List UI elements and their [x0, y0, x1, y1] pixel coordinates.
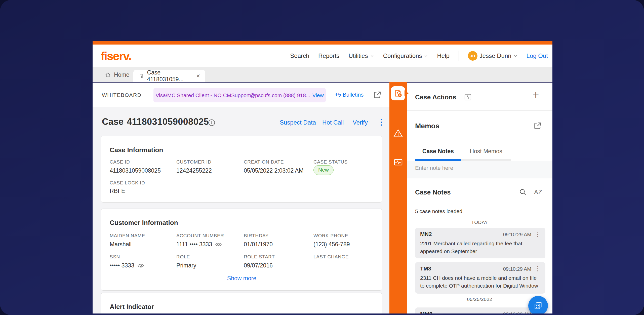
- app-window: fiserv. Search Reports Utilities Configu…: [93, 41, 552, 313]
- case-id-value: 4118031059008025: [110, 167, 161, 174]
- customer-information-card: Customer Information MAIDEN NAME ACCOUNT…: [101, 209, 382, 291]
- case-information-title: Case Information: [110, 146, 163, 154]
- nav-help[interactable]: Help: [437, 52, 449, 59]
- nav-reports[interactable]: Reports: [318, 52, 339, 59]
- notes-fab-button[interactable]: [528, 296, 548, 313]
- field-label: CASE ID: [110, 159, 130, 165]
- alert-indicator-card: Alert Indicator: [101, 293, 382, 313]
- pulse-monitor-icon: [393, 157, 403, 167]
- field-label: ROLE START: [244, 254, 275, 260]
- right-panel: Case Actions + Memos Case Notes Host Mem…: [407, 83, 552, 313]
- tab-case-label: Case 4118031059...: [147, 69, 193, 83]
- rail-item-alerts[interactable]: [393, 128, 403, 138]
- maiden-name-value: Marshall: [110, 241, 132, 248]
- note-card[interactable]: TM3 09:10:29 AM ⋮ 2311 CH does not have …: [415, 262, 545, 294]
- bulletin-text: Visa/MC Shared Client - NO CMSupport@psc…: [155, 92, 310, 98]
- case-actions-kebab-icon[interactable]: ⋮: [377, 117, 385, 127]
- rail-active-pointer: [405, 90, 409, 96]
- more-bulletins-link[interactable]: +5 Bulletins: [335, 92, 364, 98]
- chevron-down-icon: [424, 54, 428, 58]
- case-actions-panel-title: Case Actions: [415, 93, 456, 101]
- close-icon[interactable]: ✕: [196, 73, 200, 79]
- rail-item-case-actions-active[interactable]: [391, 86, 405, 100]
- eye-icon[interactable]: [215, 242, 222, 247]
- case-title-prefix: Case: [102, 116, 124, 127]
- case-status-badge: New: [313, 165, 334, 175]
- tab-track: [461, 159, 511, 161]
- chevron-down-icon: [370, 54, 374, 58]
- customer-information-title: Customer Information: [110, 219, 178, 227]
- field-label: WORK PHONE: [313, 233, 348, 239]
- document-add-icon: [393, 89, 403, 98]
- account-number-value: 1111 •••• 3333: [176, 241, 222, 248]
- field-label: CASE STATUS: [313, 159, 348, 165]
- logout-link[interactable]: Log Out: [527, 52, 548, 59]
- field-label: CUSTOMER ID: [176, 159, 211, 165]
- verify-link[interactable]: Verify: [353, 119, 368, 126]
- field-label: ACCOUNT NUMBER: [176, 233, 224, 239]
- note-card[interactable]: MN2 09:10:29 AM ⋮ 2201 Merchant called r…: [415, 228, 545, 258]
- info-icon[interactable]: [208, 119, 216, 127]
- bulletin-pill[interactable]: Visa/MC Shared Client - NO CMSupport@psc…: [153, 88, 326, 102]
- kebab-icon[interactable]: ⋮: [535, 230, 541, 238]
- sort-az-icon[interactable]: AZ: [534, 189, 542, 196]
- bulletin-view-link[interactable]: View: [312, 92, 324, 98]
- warning-triangle-icon: [393, 128, 403, 139]
- note-input[interactable]: Enter note here: [407, 161, 552, 178]
- eye-icon[interactable]: [137, 263, 144, 268]
- rail-item-activity[interactable]: [393, 157, 403, 167]
- chevron-down-icon: [513, 54, 517, 58]
- nav-utilities[interactable]: Utilities: [348, 52, 374, 59]
- tab-case-active[interactable]: Case 4118031059... ✕: [133, 70, 205, 82]
- panel-divider: [407, 110, 552, 111]
- field-label: CREATION DATE: [244, 159, 284, 165]
- external-link-icon[interactable]: [373, 90, 382, 99]
- action-rail: [389, 82, 407, 313]
- kebab-icon[interactable]: ⋮: [535, 265, 541, 272]
- app-header: fiserv. Search Reports Utilities Configu…: [93, 45, 552, 67]
- case-number: 4118031059008025: [127, 116, 209, 127]
- plus-icon[interactable]: +: [533, 89, 539, 101]
- avatar: JD: [468, 51, 477, 61]
- user-menu[interactable]: JD Jesse Dunn: [468, 51, 517, 61]
- show-more-link[interactable]: Show more: [101, 275, 383, 282]
- role-start-value: 09/07/2016: [244, 262, 273, 269]
- field-label: CASE LOCK ID: [110, 180, 145, 186]
- tab-home[interactable]: Home: [105, 67, 129, 82]
- note-card[interactable]: MM9 08:10:29 AM ⋮: [415, 307, 545, 313]
- header-nav: Search Reports Utilities Configurations …: [290, 45, 548, 67]
- search-icon[interactable]: [519, 188, 527, 196]
- whiteboard-divider: [145, 88, 145, 102]
- tab-host-memos[interactable]: Host Memos: [461, 148, 511, 155]
- case-lock-id-value: RBFE: [110, 188, 125, 194]
- fiserv-logo: fiserv.: [101, 45, 131, 67]
- active-tab-underline: [415, 159, 461, 161]
- work-phone-value: (123) 456-789: [313, 241, 350, 248]
- ssn-value: ••••• 3333: [110, 262, 144, 269]
- field-label: SSN: [110, 254, 120, 260]
- field-label: LAST CHANGE: [313, 254, 349, 260]
- tab-case-notes[interactable]: Case Notes: [415, 148, 461, 155]
- customer-id-value: 12424255222: [176, 167, 212, 174]
- nav-search[interactable]: Search: [290, 52, 309, 59]
- field-label: BIRTHDAY: [244, 233, 269, 239]
- case-information-card: Case Information CASE ID CUSTOMER ID CRE…: [101, 136, 382, 203]
- case-notes-section-title: Case Notes: [415, 188, 451, 196]
- notes-loaded-count: 5 case notes loaded: [415, 208, 462, 214]
- birthday-value: 01/01/1970: [244, 241, 273, 248]
- alert-indicator-title: Alert Indicator: [110, 303, 154, 311]
- user-name: Jesse Dunn: [479, 52, 511, 59]
- top-accent-stripe: [93, 41, 552, 45]
- whiteboard-label: WHITEBOARD: [102, 92, 141, 98]
- field-label: MAIDEN NAME: [110, 233, 145, 239]
- nav-configurations[interactable]: Configurations: [383, 52, 428, 59]
- pulse-monitor-icon[interactable]: [464, 93, 472, 101]
- header-divider: [459, 51, 459, 61]
- notes-group-label: TODAY: [407, 220, 552, 225]
- hot-call-link[interactable]: Hot Call: [322, 119, 344, 126]
- clipboard-checklist-icon: [533, 301, 543, 310]
- external-link-icon[interactable]: [533, 121, 542, 130]
- creation-date-value: 05/05/2022 2:03:02 AM: [244, 167, 304, 174]
- suspect-data-link[interactable]: Suspect Data: [280, 119, 316, 126]
- role-value: Primary: [176, 262, 196, 269]
